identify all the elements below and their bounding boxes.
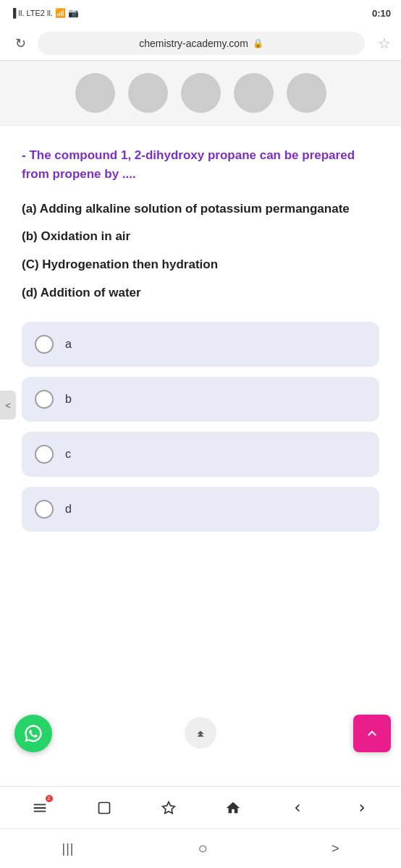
radio-label-c: c <box>65 448 71 461</box>
option-d: (d) Addition of water <box>22 284 379 302</box>
signal-icon: ll. LTE2 ll. <box>19 9 53 17</box>
nav-menu-button[interactable]: 2 <box>25 793 54 822</box>
wifi-icon: 📶 <box>55 8 66 18</box>
circles-row <box>0 61 401 126</box>
nav-home-button[interactable] <box>219 793 248 822</box>
svg-rect-0 <box>98 802 109 813</box>
option-c: (C) Hydrogenation then hydration <box>22 256 379 274</box>
radio-label-a: a <box>65 338 72 351</box>
whatsapp-button[interactable] <box>14 715 52 752</box>
option-a: (a) Adding alkaline solution of potassiu… <box>22 200 379 218</box>
android-nav: ||| ○ > <box>0 828 401 868</box>
svg-marker-1 <box>162 801 174 813</box>
radio-circle-a <box>35 335 54 354</box>
android-back-button[interactable]: > <box>332 841 339 856</box>
scroll-top-button[interactable] <box>353 715 391 752</box>
nav-back-button[interactable] <box>283 793 312 822</box>
nav-bookmark-button[interactable] <box>154 793 183 822</box>
reload-icon[interactable]: ↻ <box>10 35 30 51</box>
camera-icon: 📷 <box>68 8 79 18</box>
android-recent-button[interactable]: ||| <box>62 841 75 856</box>
nav-forward-button[interactable] <box>347 793 376 822</box>
circle-item <box>181 73 221 113</box>
radio-option-c[interactable]: c <box>22 432 379 477</box>
radio-option-b[interactable]: b <box>22 377 379 422</box>
nav-tabs-button[interactable] <box>90 793 119 822</box>
address-bar: ↻ chemistry-academy.com 🔒 ☆ <box>0 26 401 61</box>
status-left: ▐ ll. LTE2 ll. 📶 📷 <box>10 8 79 18</box>
circle-item <box>234 73 274 113</box>
radio-options: a b c d <box>22 322 379 532</box>
radio-option-d[interactable]: d <box>22 487 379 532</box>
status-bar: ▐ ll. LTE2 ll. 📶 📷 0:10 <box>0 0 401 26</box>
bookmark-star-icon[interactable]: ☆ <box>378 35 391 52</box>
url-bar[interactable]: chemistry-academy.com 🔒 <box>38 32 365 55</box>
nav-badge-count: 2 <box>46 795 53 802</box>
question-text: - The compound 1, 2-dihydroxy propane ca… <box>22 146 379 184</box>
radio-circle-c <box>35 445 54 464</box>
circle-item <box>287 73 326 113</box>
option-b: (b) Oxidation in air <box>22 228 379 246</box>
android-home-button[interactable]: ○ <box>198 839 208 858</box>
circle-item <box>128 73 168 113</box>
options-list: (a) Adding alkaline solution of potassiu… <box>22 200 379 302</box>
radio-option-a[interactable]: a <box>22 322 379 367</box>
scroll-up-button[interactable] <box>185 717 216 749</box>
content-area: - The compound 1, 2-dihydroxy propane ca… <box>0 126 401 558</box>
bottom-nav: 2 <box>0 786 401 828</box>
url-text: chemistry-academy.com <box>139 38 248 49</box>
radio-label-b: b <box>65 393 72 406</box>
circle-item <box>75 73 115 113</box>
lock-icon: 🔒 <box>253 38 263 48</box>
status-time: 0:10 <box>372 8 391 19</box>
radio-circle-b <box>35 390 54 409</box>
side-toggle[interactable]: < <box>0 391 16 420</box>
radio-circle-d <box>35 500 54 519</box>
battery-icon: ▐ <box>10 8 17 18</box>
radio-label-d: d <box>65 503 72 516</box>
